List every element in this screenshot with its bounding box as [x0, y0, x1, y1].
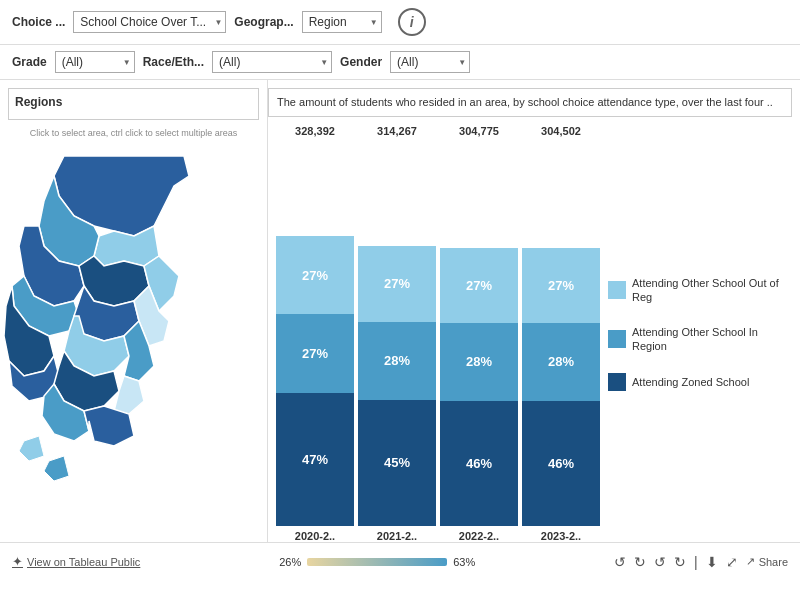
choice-select-wrapper[interactable]: School Choice Over T... [73, 11, 226, 33]
race-filter-label: Race/Eth... [143, 55, 204, 69]
main-content: Regions Click to select area, ctrl click… [0, 80, 800, 542]
bars-area: 328,392 314,267 304,775 304,502 27% 27% … [272, 125, 600, 542]
regions-box: Regions [8, 88, 259, 120]
legend-item-out-region: Attending Other School Out of Reg [608, 276, 792, 305]
total-3: 304,502 [522, 125, 600, 137]
map-area[interactable] [0, 142, 267, 542]
grade-select-wrapper[interactable]: (All) [55, 51, 135, 73]
grade-select[interactable]: (All) [55, 51, 135, 73]
gender-select[interactable]: (All) [390, 51, 470, 73]
info-icon[interactable]: i [398, 8, 426, 36]
total-0: 328,392 [276, 125, 354, 137]
legend-text-in-region: Attending Other School In Region [632, 325, 792, 354]
back-icon[interactable]: ↺ [654, 554, 666, 570]
legend-item-in-region: Attending Other School In Region [608, 325, 792, 354]
right-panel: The amount of students who resided in an… [268, 80, 800, 542]
bar-2020-medium: 27% [276, 314, 354, 392]
svg-marker-17 [19, 436, 44, 461]
race-select-wrapper[interactable]: (All) [212, 51, 332, 73]
main-container: Choice ... School Choice Over T... Geogr… [0, 0, 800, 600]
geo-filter-label: Geograp... [234, 15, 293, 29]
redo-icon[interactable]: ↻ [634, 554, 646, 570]
tableau-link-text: View on Tableau Public [27, 556, 140, 568]
tableau-icon: ✦ [12, 554, 23, 569]
gender-filter-label: Gender [340, 55, 382, 69]
tableau-public-link[interactable]: ✦ View on Tableau Public [12, 554, 140, 569]
bar-2021-light: 27% [358, 246, 436, 322]
share-icon: ↗ [746, 555, 755, 568]
bar-2021: 27% 28% 45% [358, 246, 436, 526]
bar-2023-dark: 46% [522, 401, 600, 526]
legend-item-zoned: Attending Zoned School [608, 373, 792, 391]
left-panel: Regions Click to select area, ctrl click… [0, 80, 268, 542]
expand-icon[interactable]: ⤢ [726, 554, 738, 570]
forward-icon[interactable]: ↻ [674, 554, 686, 570]
bar-2022-medium: 28% [440, 323, 518, 401]
nav-separator: | [694, 554, 698, 570]
bar-2020-light: 27% [276, 236, 354, 314]
svg-marker-14 [114, 376, 144, 414]
legend-text-zoned: Attending Zoned School [632, 375, 749, 389]
legend-color-zoned [608, 373, 626, 391]
bar-2022-dark: 46% [440, 401, 518, 526]
year-1: 2021-2.. [358, 530, 436, 542]
chicago-map [4, 146, 244, 486]
race-select[interactable]: (All) [212, 51, 332, 73]
bar-2023-light: 27% [522, 248, 600, 323]
legend-text-out-region: Attending Other School Out of Reg [632, 276, 792, 305]
filter-row-2: Grade (All) Race/Eth... (All) Gender (Al… [0, 45, 800, 80]
bar-2021-medium: 28% [358, 322, 436, 400]
geo-select[interactable]: Region [302, 11, 382, 33]
total-1: 314,267 [358, 125, 436, 137]
geo-select-wrapper[interactable]: Region [302, 11, 382, 33]
regions-title: Regions [15, 95, 252, 109]
filter-row-1: Choice ... School Choice Over T... Geogr… [0, 0, 800, 45]
year-labels-row: 2020-2.. 2021-2.. 2022-2.. 2023-2.. [272, 526, 600, 542]
total-labels-row: 328,392 314,267 304,775 304,502 [272, 125, 600, 139]
grade-filter-label: Grade [12, 55, 47, 69]
year-2: 2022-2.. [440, 530, 518, 542]
description-text: The amount of students who resided in an… [277, 96, 773, 108]
choice-select[interactable]: School Choice Over T... [73, 11, 226, 33]
bar-2020-dark: 47% [276, 393, 354, 526]
legend-color-out-region [608, 281, 626, 299]
range-bar [307, 558, 447, 566]
range-max-label: 63% [453, 556, 475, 568]
download-icon[interactable]: ⬇ [706, 554, 718, 570]
nav-icons: ↺ ↻ ↺ ↻ | ⬇ ⤢ ↗ Share [614, 554, 788, 570]
share-label: Share [759, 556, 788, 568]
bar-2021-dark: 45% [358, 400, 436, 526]
total-2: 304,775 [440, 125, 518, 137]
range-min-label: 26% [279, 556, 301, 568]
range-container: 26% 63% [279, 556, 475, 568]
bottom-bar: ✦ View on Tableau Public 26% 63% ↺ ↻ ↺ ↻… [0, 542, 800, 580]
description-box: The amount of students who resided in an… [268, 88, 792, 117]
bar-2020: 27% 27% 47% [276, 236, 354, 526]
bar-2023: 27% 28% 46% [522, 248, 600, 526]
legend-color-in-region [608, 330, 626, 348]
year-0: 2020-2.. [276, 530, 354, 542]
bars-row: 27% 27% 47% 27% 28% 45% 27% [272, 139, 600, 526]
bar-2022-light: 27% [440, 248, 518, 323]
gender-select-wrapper[interactable]: (All) [390, 51, 470, 73]
svg-marker-18 [44, 456, 69, 481]
choice-filter-label: Choice ... [12, 15, 65, 29]
bar-2022: 27% 28% 46% [440, 248, 518, 526]
bar-2023-medium: 28% [522, 323, 600, 401]
undo-icon[interactable]: ↺ [614, 554, 626, 570]
year-3: 2023-2.. [522, 530, 600, 542]
map-hint: Click to select area, ctrl click to sele… [0, 128, 267, 142]
chart-legend: Attending Other School Out of Reg Attend… [600, 125, 800, 542]
chart-container: 328,392 314,267 304,775 304,502 27% 27% … [268, 117, 800, 542]
share-button[interactable]: ↗ Share [746, 555, 788, 568]
